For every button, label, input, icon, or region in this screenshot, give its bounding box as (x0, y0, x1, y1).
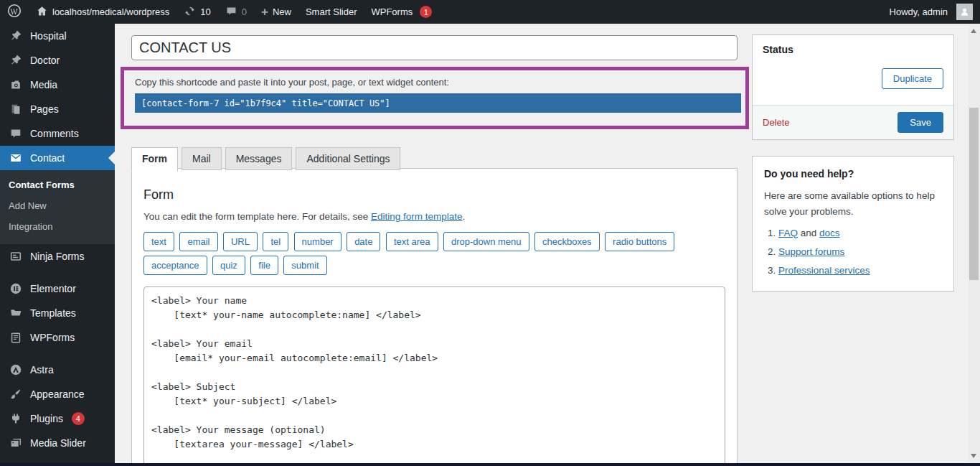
site-name-link[interactable]: localhost/medical/wordpress (29, 0, 176, 24)
tab-messages[interactable]: Messages (225, 147, 293, 170)
form-title-input[interactable] (131, 35, 738, 60)
editing-form-template-link[interactable]: Editing form template (371, 211, 463, 222)
sidebar-item-label: WPForms (30, 332, 75, 343)
support-forums-link[interactable]: Support forums (778, 246, 844, 257)
status-metabox: Status Duplicate Delete Save (752, 34, 954, 140)
tag-button-tel[interactable]: tel (263, 232, 288, 251)
save-button[interactable]: Save (897, 112, 943, 133)
shortcode-value[interactable]: [contact-form-7 id="1b7f9c4" title="CONT… (135, 93, 741, 113)
sidebar-item-media-slider[interactable]: Media Slider (0, 431, 115, 455)
submenu-item-contact-forms[interactable]: Contact Forms (0, 174, 115, 195)
sidebar-item-label: Elementor (30, 283, 76, 294)
sidebar-item-label: Doctor (30, 55, 60, 66)
avatar (956, 4, 973, 20)
tag-button-date[interactable]: date (347, 232, 380, 251)
panel-heading: Form (143, 187, 725, 202)
sidebar-item-ninja-forms[interactable]: Ninja Forms (0, 244, 115, 269)
tag-button-checkboxes[interactable]: checkboxes (534, 232, 600, 251)
help-metabox: Do you need help? Here are some availabl… (752, 156, 954, 292)
tab-additional-settings[interactable]: Additional Settings (296, 147, 400, 170)
wpforms-menu[interactable]: WPForms 1 (364, 0, 439, 24)
sidebar-item-label: Contact (30, 152, 65, 164)
status-body: Duplicate (753, 64, 953, 105)
comments-count: 0 (242, 6, 247, 17)
professional-services-link[interactable]: Professional services (778, 265, 870, 276)
sidebar-item-media[interactable]: Media (0, 73, 115, 97)
wpforms-label: WPForms (371, 6, 413, 17)
help-heading: Do you need help? (754, 159, 952, 182)
sidebar-item-label: Plugins (30, 413, 63, 424)
tag-button-text-area[interactable]: text area (386, 232, 438, 251)
sidebar-item-pages[interactable]: Pages (0, 97, 115, 121)
tag-button-text[interactable]: text (143, 232, 174, 251)
images-stack-icon (9, 436, 23, 450)
form-template-textarea[interactable]: <label> Your name [text* your-name autoc… (143, 286, 725, 463)
scrollbar-thumb[interactable] (969, 108, 979, 280)
help-item-faq-docs: FAQ and docs (778, 228, 952, 238)
tag-button-submit[interactable]: submit (283, 256, 326, 275)
sidebar-item-astra[interactable]: Astra (0, 358, 115, 382)
sidebar-item-label: Media (30, 79, 57, 90)
duplicate-button[interactable]: Duplicate (882, 68, 943, 89)
wordpress-menu[interactable] (0, 0, 29, 24)
tag-button-acceptance[interactable]: acceptance (143, 256, 207, 275)
sidebar-item-plugins[interactable]: Plugins 4 (0, 406, 115, 431)
sidebar-item-label: Media Slider (30, 437, 86, 449)
tag-button-file[interactable]: file (250, 256, 278, 275)
updates-link[interactable]: 10 (176, 0, 217, 24)
scroll-down-arrow-icon[interactable] (971, 454, 976, 458)
sidebar-item-contact[interactable]: Contact (0, 146, 115, 170)
tag-button-url[interactable]: URL (223, 232, 258, 251)
plugins-update-badge: 4 (72, 412, 85, 425)
faq-link[interactable]: FAQ (778, 228, 798, 238)
sidebar-item-elementor[interactable]: Elementor (0, 276, 115, 301)
updates-icon (184, 5, 196, 19)
help-intro-text: Here are some available options to help … (764, 188, 942, 220)
tag-button-number[interactable]: number (294, 232, 341, 251)
vertical-scrollbar[interactable] (968, 24, 980, 463)
editor-tabs: Form Mail Messages Additional Settings (131, 147, 404, 170)
window-bottom-edge (0, 463, 980, 466)
form-editor-column (131, 35, 738, 60)
sidebar-item-appearance[interactable]: Appearance (0, 382, 115, 406)
current-menu-arrow (102, 152, 115, 164)
smart-slider-menu[interactable]: Smart Slider (298, 0, 364, 24)
shortcode-hint-text: Copy this shortcode and paste it into yo… (135, 77, 745, 88)
plugin-icon (9, 411, 23, 426)
pushpin-icon (9, 53, 23, 67)
comments-link[interactable]: 0 (218, 0, 254, 24)
sidebar-item-hospital[interactable]: Hospital (0, 24, 115, 48)
home-icon (36, 5, 48, 19)
help-item-support-forums: Support forums (778, 246, 952, 257)
menu-separator (0, 269, 115, 276)
panel-description: You can edit the form template here. For… (143, 211, 725, 222)
new-content-menu[interactable]: + New (254, 0, 298, 24)
howdy-label: Howdy, admin (890, 6, 948, 17)
tag-button-quiz[interactable]: quiz (212, 256, 245, 275)
docs-link[interactable]: docs (819, 228, 840, 238)
sidebar-item-wpforms[interactable]: WPForms (0, 325, 115, 350)
tag-button-radio-buttons[interactable]: radio buttons (605, 232, 674, 251)
my-account-menu[interactable]: Howdy, admin (882, 0, 980, 24)
new-label: New (273, 6, 291, 17)
sidebar-item-templates[interactable]: Templates (0, 301, 115, 325)
sidebar-item-comments[interactable]: Comments (0, 121, 115, 146)
submenu-item-integration[interactable]: Integration (0, 216, 115, 237)
status-footer: Delete Save (753, 105, 953, 139)
delete-link[interactable]: Delete (763, 117, 790, 128)
tab-mail[interactable]: Mail (182, 147, 222, 170)
sidebar-item-doctor[interactable]: Doctor (0, 48, 115, 73)
updates-count: 10 (200, 6, 210, 17)
submenu-item-add-new[interactable]: Add New (0, 195, 115, 216)
tab-form[interactable]: Form (131, 147, 178, 172)
side-column: Status Duplicate Delete Save Do you need… (752, 34, 954, 307)
scroll-up-arrow-icon[interactable] (971, 29, 976, 33)
contact-submenu: Contact Forms Add New Integration (0, 170, 115, 244)
wordpress-logo-icon (7, 4, 22, 20)
tag-button-email[interactable]: email (179, 232, 217, 251)
help-item-separator: and (798, 228, 819, 238)
tag-button-drop-down-menu[interactable]: drop-down menu (443, 232, 529, 251)
media-icon (9, 78, 23, 92)
comment-bubble-icon (225, 5, 237, 19)
sidebar-item-label: Pages (30, 103, 59, 115)
